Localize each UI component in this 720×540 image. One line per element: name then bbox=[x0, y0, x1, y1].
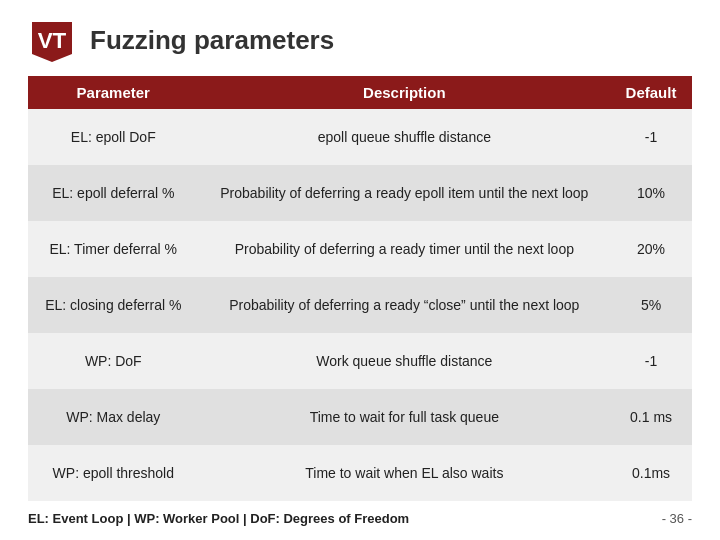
table-row: EL: closing deferral %Probability of def… bbox=[28, 277, 692, 333]
page-header: VT Fuzzing parameters bbox=[28, 18, 692, 62]
parameters-table: Parameter Description Default EL: epoll … bbox=[28, 76, 692, 501]
table-row: EL: epoll DoFepoll queue shuffle distanc… bbox=[28, 109, 692, 165]
cell-default: -1 bbox=[610, 333, 692, 389]
cell-desc: Work queue shuffle distance bbox=[199, 333, 611, 389]
cell-param: WP: Max delay bbox=[28, 389, 199, 445]
vt-logo: VT bbox=[28, 18, 76, 62]
slide-number: - 36 - bbox=[662, 511, 692, 526]
cell-default: 0.1ms bbox=[610, 445, 692, 501]
cell-default: 10% bbox=[610, 165, 692, 221]
cell-default: 0.1 ms bbox=[610, 389, 692, 445]
cell-param: EL: epoll DoF bbox=[28, 109, 199, 165]
table-row: EL: epoll deferral %Probability of defer… bbox=[28, 165, 692, 221]
footer-text: EL: Event Loop | WP: Worker Pool | DoF: … bbox=[28, 511, 409, 526]
table-row: WP: DoFWork queue shuffle distance-1 bbox=[28, 333, 692, 389]
cell-param: WP: DoF bbox=[28, 333, 199, 389]
svg-text:VT: VT bbox=[38, 28, 67, 53]
col-header-description: Description bbox=[199, 76, 611, 109]
col-header-parameter: Parameter bbox=[28, 76, 199, 109]
cell-desc: Probability of deferring a ready “close”… bbox=[199, 277, 611, 333]
cell-param: EL: epoll deferral % bbox=[28, 165, 199, 221]
table-header-row: Parameter Description Default bbox=[28, 76, 692, 109]
cell-default: 5% bbox=[610, 277, 692, 333]
cell-default: 20% bbox=[610, 221, 692, 277]
cell-desc: Probability of deferring a ready epoll i… bbox=[199, 165, 611, 221]
table-row: WP: epoll thresholdTime to wait when EL … bbox=[28, 445, 692, 501]
table-row: WP: Max delayTime to wait for full task … bbox=[28, 389, 692, 445]
col-header-default: Default bbox=[610, 76, 692, 109]
footer: EL: Event Loop | WP: Worker Pool | DoF: … bbox=[28, 511, 692, 526]
cell-desc: epoll queue shuffle distance bbox=[199, 109, 611, 165]
page-title: Fuzzing parameters bbox=[90, 25, 334, 56]
cell-param: EL: closing deferral % bbox=[28, 277, 199, 333]
cell-desc: Time to wait when EL also waits bbox=[199, 445, 611, 501]
cell-param: WP: epoll threshold bbox=[28, 445, 199, 501]
cell-desc: Time to wait for full task queue bbox=[199, 389, 611, 445]
cell-desc: Probability of deferring a ready timer u… bbox=[199, 221, 611, 277]
cell-param: EL: Timer deferral % bbox=[28, 221, 199, 277]
table-row: EL: Timer deferral %Probability of defer… bbox=[28, 221, 692, 277]
cell-default: -1 bbox=[610, 109, 692, 165]
